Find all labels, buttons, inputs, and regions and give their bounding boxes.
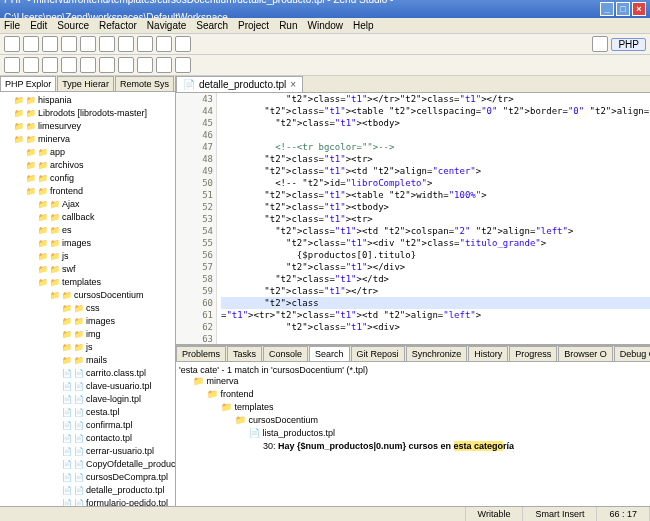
bottom-tab[interactable]: Tasks [227,346,262,361]
tool-icon[interactable] [137,57,153,73]
left-tab[interactable]: PHP Explor [0,76,56,91]
line-gutter: 4344454647484950515253545556575859606162… [176,93,217,344]
search-node[interactable]: 📁 templates📁 cursosDocentium📄 lista_prod… [221,401,647,453]
editor-tab[interactable]: 📄 detalle_producto.tpl × [176,76,303,92]
run-ext-icon[interactable] [118,36,134,52]
status-position: 66 : 17 [597,507,650,521]
search-root[interactable]: 📁 minerva📁 frontend📁 templates📁 cursosDo… [193,375,647,453]
bottom-tab[interactable]: Search [309,346,350,361]
print-icon[interactable] [61,36,77,52]
tool-icon[interactable] [99,57,115,73]
run-icon[interactable] [99,36,115,52]
main-toolbar: PHP [0,34,650,55]
minimize-button[interactable]: _ [600,2,614,16]
tree-node[interactable]: mails [62,354,173,367]
menu-item[interactable]: Window [307,20,343,31]
tool-icon[interactable] [156,57,172,73]
tree-node[interactable]: clave-login.tpl [62,393,173,406]
tool-icon[interactable] [61,57,77,73]
tree-node[interactable]: Librodots [librodots-master] [14,107,173,120]
left-tab[interactable]: Remote Sys [115,76,174,91]
menu-item[interactable]: Search [196,20,228,31]
left-tab[interactable]: Type Hierar [57,76,114,91]
open-perspective-icon[interactable] [592,36,608,52]
bottom-tab[interactable]: Problems [176,346,226,361]
code-area[interactable]: "t2">class="t1"></tr>"t2">class="t1"></t… [217,93,650,344]
tree-node[interactable]: hispania [14,94,173,107]
left-view-tabs: PHP ExplorType HierarRemote Sys [0,76,175,92]
tree-node[interactable]: images [62,315,173,328]
bottom-tab[interactable]: Progress [509,346,557,361]
save-all-icon[interactable] [42,36,58,52]
tree-node[interactable]: app [26,146,173,159]
search-match[interactable]: 📄 lista_productos.tpl30: Hay {$num_produ… [249,427,647,453]
tree-node[interactable]: archivos [26,159,173,172]
tree-node[interactable]: cesta.tpl [62,406,173,419]
tool-icon[interactable] [23,57,39,73]
tree-node[interactable]: js [62,341,173,354]
menu-item[interactable]: Source [57,20,89,31]
maximize-button[interactable]: □ [616,2,630,16]
bottom-tab[interactable]: Synchronize [406,346,468,361]
code-editor[interactable]: 4344454647484950515253545556575859606162… [176,93,650,345]
close-icon[interactable]: × [290,79,296,90]
search-result-tree[interactable]: 📁 minerva📁 frontend📁 templates📁 cursosDo… [179,375,647,453]
bottom-tab[interactable]: Browser O [558,346,613,361]
menu-item[interactable]: Help [353,20,374,31]
tree-node[interactable]: formulario-pedido.tpl [62,497,173,506]
tree-node[interactable]: minervaapparchivosconfigfrontendAjaxcall… [14,133,173,506]
tree-node[interactable]: contacto.tpl [62,432,173,445]
php-explorer-tree[interactable]: hispaniaLibrodots [librodots-master]lime… [0,92,175,506]
tree-node[interactable]: templatescursosDocentiumcssimagesimgjsma… [38,276,173,506]
window-controls: _ □ × [600,2,646,16]
tree-node[interactable]: cerrar-usuario.tpl [62,445,173,458]
search-node[interactable]: 📁 cursosDocentium📄 lista_productos.tpl30… [235,414,647,453]
bottom-tab[interactable]: History [468,346,508,361]
tree-node[interactable]: detalle_producto.tpl [62,484,173,497]
menu-item[interactable]: Edit [30,20,47,31]
tree-node[interactable]: carrito.class.tpl [62,367,173,380]
tool-icon[interactable] [175,57,191,73]
tree-node[interactable]: images [38,237,173,250]
close-button[interactable]: × [632,2,646,16]
tree-node[interactable]: CopyOfdetalle_producto.tpl [62,458,173,471]
tool-icon[interactable] [118,57,134,73]
tree-node[interactable]: cursosDocentiumcssimagesimgjsmailscarrit… [50,289,173,506]
menu-item[interactable]: File [4,20,20,31]
nav-fwd-icon[interactable] [175,36,191,52]
search-icon[interactable] [137,36,153,52]
new-icon[interactable] [4,36,20,52]
nav-back-icon[interactable] [156,36,172,52]
tree-node[interactable]: callback [38,211,173,224]
tree-node[interactable]: Ajax [38,198,173,211]
menu-item[interactable]: Refactor [99,20,137,31]
search-line[interactable]: 30: Hay {$num_productos|0.num} cursos en… [263,440,647,453]
menu-item[interactable]: Navigate [147,20,186,31]
search-summary: 'esta cate' - 1 match in 'cursosDocentiu… [179,365,647,375]
tool-icon[interactable] [42,57,58,73]
perspective-button[interactable]: PHP [611,38,646,51]
tree-node[interactable]: swf [38,263,173,276]
tree-node[interactable]: config [26,172,173,185]
tree-node[interactable]: frontendAjaxcallbackesimagesjsswftemplat… [26,185,173,506]
tree-node[interactable]: clave-usuario.tpl [62,380,173,393]
search-node[interactable]: 📁 frontend📁 templates📁 cursosDocentium📄 … [207,388,647,453]
tree-node[interactable]: cursosDeCompra.tpl [62,471,173,484]
tool-icon[interactable] [80,57,96,73]
debug-icon[interactable] [80,36,96,52]
tool-icon[interactable] [4,57,20,73]
save-icon[interactable] [23,36,39,52]
tree-node[interactable]: js [38,250,173,263]
tree-node[interactable]: img [62,328,173,341]
menu-item[interactable]: Run [279,20,297,31]
bottom-tab[interactable]: Console [263,346,308,361]
search-view[interactable]: 'esta cate' - 1 match in 'cursosDocentiu… [176,362,650,506]
bottom-tab[interactable]: Git Reposi [351,346,405,361]
tree-node[interactable]: css [62,302,173,315]
tree-node[interactable]: es [38,224,173,237]
menu-item[interactable]: Project [238,20,269,31]
status-spacer [0,507,466,521]
bottom-tab[interactable]: Debug Out [614,346,650,361]
tree-node[interactable]: confirma.tpl [62,419,173,432]
tree-node[interactable]: limesurvey [14,120,173,133]
